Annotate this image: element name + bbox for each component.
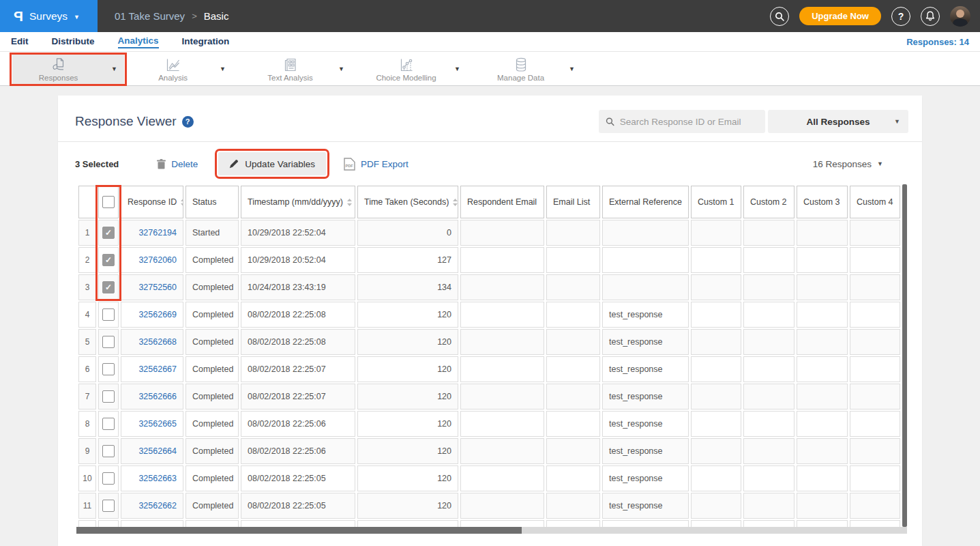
row-checkbox[interactable] bbox=[102, 363, 115, 375]
chevron-down-icon[interactable]: ▼ bbox=[331, 66, 351, 72]
response-id-link[interactable]: 32752560 bbox=[128, 283, 177, 292]
chevron-down-icon: ▼ bbox=[894, 118, 900, 125]
col-header-custom1: Custom 1 bbox=[691, 186, 741, 218]
cell-respondent_email bbox=[460, 247, 544, 273]
cell-external_reference: test_response bbox=[602, 520, 689, 527]
response-search bbox=[599, 110, 765, 133]
row-checkbox[interactable] bbox=[102, 227, 115, 239]
row-checkbox[interactable] bbox=[102, 445, 115, 457]
cell-custom3 bbox=[797, 356, 848, 382]
cell-respondent_email bbox=[460, 302, 544, 328]
row-checkbox[interactable] bbox=[102, 472, 115, 485]
ribbon-item-responses[interactable]: Responses ▼ bbox=[12, 53, 124, 85]
chevron-down-icon: ▼ bbox=[74, 14, 80, 20]
tab-integration[interactable]: Integration bbox=[182, 36, 230, 48]
ribbon-item-choice-modelling[interactable]: Choice Modelling ▼ bbox=[365, 53, 467, 85]
cell-custom1 bbox=[691, 493, 741, 519]
response-id-link[interactable]: 32562668 bbox=[128, 337, 177, 347]
vertical-scrollbar[interactable] bbox=[902, 184, 907, 527]
row-checkbox-cell bbox=[98, 329, 119, 355]
row-checkbox[interactable] bbox=[102, 308, 115, 321]
ribbon-item-label: Manage Data bbox=[497, 74, 544, 82]
breadcrumb-survey-name[interactable]: 01 Take Survey bbox=[115, 10, 185, 22]
tab-analytics[interactable]: Analytics bbox=[118, 35, 159, 48]
col-header-email_list: Email List bbox=[546, 186, 600, 218]
brand-logo-icon: P bbox=[14, 8, 23, 25]
table-row: 732562666Completed08/02/2018 22:25:07120… bbox=[78, 384, 900, 410]
cell-email_list bbox=[546, 438, 600, 464]
horizontal-scrollbar-track[interactable] bbox=[76, 527, 907, 534]
row-checkbox-cell bbox=[98, 356, 119, 382]
delete-button[interactable]: Delete bbox=[157, 159, 198, 169]
chevron-down-icon[interactable]: ▼ bbox=[447, 66, 467, 72]
ribbon-item-text-analysis[interactable]: Text Analysis ▼ bbox=[249, 53, 351, 85]
cell-custom3 bbox=[797, 220, 848, 246]
cell-custom1 bbox=[691, 329, 741, 355]
row-checkbox[interactable] bbox=[102, 390, 115, 403]
bell-icon[interactable] bbox=[921, 7, 940, 26]
row-checkbox[interactable] bbox=[102, 500, 115, 512]
cell-custom3 bbox=[797, 384, 848, 410]
col-header-id[interactable]: Response ID bbox=[121, 186, 183, 218]
responses-table-viewport: Response IDStatusTimestamp (mm/dd/yyyy)T… bbox=[76, 184, 902, 527]
cell-response-id: 32562669 bbox=[121, 302, 183, 328]
cell-custom2 bbox=[743, 438, 795, 464]
product-menu[interactable]: P Surveys ▼ bbox=[0, 0, 98, 32]
response-filter-dropdown[interactable]: All Responses ▼ bbox=[768, 110, 908, 133]
cell-external_reference: test_response bbox=[602, 356, 689, 382]
response-id-link[interactable]: 32562662 bbox=[128, 501, 177, 511]
row-checkbox-cell bbox=[98, 520, 119, 527]
cell-timestamp: 08/02/2018 22:25:05 bbox=[241, 493, 355, 519]
ribbon-item-analysis[interactable]: Analysis ▼ bbox=[133, 53, 233, 85]
col-header-checkbox[interactable] bbox=[98, 186, 119, 218]
ribbon-item-manage-data[interactable]: Manage Data ▼ bbox=[479, 53, 582, 85]
help-icon[interactable]: ? bbox=[891, 7, 910, 26]
chevron-down-icon[interactable]: ▼ bbox=[104, 66, 124, 72]
row-checkbox-cell bbox=[98, 247, 119, 273]
response-id-link[interactable]: 32762194 bbox=[128, 228, 177, 238]
cell-respondent_email bbox=[460, 274, 544, 300]
row-checkbox[interactable] bbox=[102, 281, 115, 293]
response-id-link[interactable]: 32562669 bbox=[128, 310, 177, 319]
cell-timestamp: 10/29/2018 20:52:04 bbox=[241, 247, 355, 273]
tab-edit[interactable]: Edit bbox=[11, 36, 29, 48]
select-all-checkbox[interactable] bbox=[102, 196, 115, 208]
title-help-icon[interactable]: ? bbox=[182, 116, 194, 128]
row-checkbox[interactable] bbox=[102, 254, 115, 266]
row-checkbox[interactable] bbox=[102, 418, 115, 430]
cell-time_taken: 120 bbox=[357, 465, 458, 491]
row-checkbox-cell bbox=[98, 438, 119, 464]
cell-custom3 bbox=[797, 465, 848, 491]
row-checkbox[interactable] bbox=[102, 336, 115, 348]
cell-response-id: 32562661 bbox=[121, 520, 183, 527]
update-variables-button[interactable]: Update Variables bbox=[218, 152, 326, 175]
cell-custom2 bbox=[743, 356, 795, 382]
cell-response-id: 32562664 bbox=[121, 438, 183, 464]
avatar[interactable] bbox=[950, 6, 970, 27]
responses-count-dropdown[interactable]: 16 Responses ▼ bbox=[813, 159, 883, 169]
response-id-link[interactable]: 32562663 bbox=[128, 474, 177, 483]
response-id-link[interactable]: 32762060 bbox=[128, 255, 177, 265]
upgrade-now-button[interactable]: Upgrade Now bbox=[799, 7, 881, 25]
response-id-link[interactable]: 32562667 bbox=[128, 364, 177, 374]
chevron-down-icon[interactable]: ▼ bbox=[213, 66, 233, 72]
cell-custom2 bbox=[743, 302, 795, 328]
col-header-timestamp[interactable]: Timestamp (mm/dd/yyyy) bbox=[241, 186, 355, 218]
col-header-time_taken[interactable]: Time Taken (Seconds) bbox=[357, 186, 458, 218]
pdf-export-button[interactable]: PDF PDF Export bbox=[344, 158, 409, 171]
survey-nav: Edit Distribute Analytics Integration Re… bbox=[0, 32, 980, 52]
response-id-link[interactable]: 32562664 bbox=[128, 446, 177, 456]
search-input[interactable] bbox=[620, 117, 758, 127]
search-icon[interactable] bbox=[770, 7, 789, 26]
cell-status: Completed bbox=[185, 520, 239, 527]
col-header-custom2: Custom 2 bbox=[743, 186, 795, 218]
cell-custom1 bbox=[691, 356, 741, 382]
chevron-down-icon[interactable]: ▼ bbox=[562, 66, 582, 72]
table-row: 1132562662Completed08/02/2018 22:25:0512… bbox=[78, 493, 900, 519]
tab-distribute[interactable]: Distribute bbox=[52, 36, 95, 48]
response-id-link[interactable]: 32562666 bbox=[128, 392, 177, 401]
pdf-export-label: PDF Export bbox=[361, 159, 409, 169]
horizontal-scrollbar-thumb[interactable] bbox=[76, 527, 522, 534]
cell-timestamp: 08/02/2018 22:25:04 bbox=[241, 520, 355, 527]
response-id-link[interactable]: 32562665 bbox=[128, 419, 177, 429]
